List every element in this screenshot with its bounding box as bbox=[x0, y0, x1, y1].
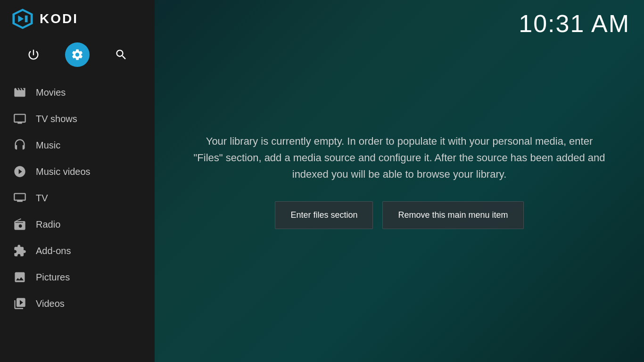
clock-display: 10:31 AM bbox=[519, 9, 630, 38]
app-header: KODI bbox=[0, 0, 155, 38]
music-videos-icon bbox=[13, 165, 26, 178]
sidebar-item-movies[interactable]: Movies bbox=[0, 79, 155, 106]
sidebar-item-tv[interactable]: TV bbox=[0, 185, 155, 211]
main-navigation: Movies TV shows Music Music videos TV bbox=[0, 75, 155, 362]
power-button[interactable] bbox=[21, 42, 46, 67]
top-icon-bar bbox=[0, 38, 155, 75]
library-empty-message: Your library is currently empty. In orde… bbox=[192, 133, 607, 183]
svg-rect-3 bbox=[25, 16, 28, 22]
sidebar-item-videos[interactable]: Videos bbox=[0, 290, 155, 317]
sidebar-item-radio[interactable]: Radio bbox=[0, 211, 155, 238]
kodi-logo-icon bbox=[11, 8, 34, 30]
main-content: 10:31 AM Your library is currently empty… bbox=[155, 0, 644, 362]
settings-button[interactable] bbox=[65, 42, 90, 67]
movies-icon bbox=[13, 86, 26, 99]
search-button[interactable] bbox=[109, 42, 133, 67]
videos-icon bbox=[13, 297, 26, 310]
sidebar-item-music[interactable]: Music bbox=[0, 132, 155, 158]
tv-shows-icon bbox=[13, 112, 26, 125]
action-buttons-group: Enter files section Remove this main men… bbox=[192, 201, 607, 229]
music-icon bbox=[13, 139, 26, 152]
app-title: KODI bbox=[40, 11, 78, 26]
tv-icon bbox=[13, 191, 26, 205]
enter-files-button[interactable]: Enter files section bbox=[275, 201, 373, 229]
gear-icon bbox=[71, 48, 84, 61]
sidebar: KODI Movies TV shows M bbox=[0, 0, 155, 362]
sidebar-item-music-videos[interactable]: Music videos bbox=[0, 158, 155, 185]
radio-icon bbox=[13, 218, 26, 231]
power-icon bbox=[27, 48, 40, 61]
sidebar-item-add-ons[interactable]: Add-ons bbox=[0, 238, 155, 264]
library-empty-state: Your library is currently empty. In orde… bbox=[173, 114, 626, 248]
remove-menu-item-button[interactable]: Remove this main menu item bbox=[382, 201, 523, 229]
pictures-icon bbox=[13, 271, 26, 284]
sidebar-item-pictures[interactable]: Pictures bbox=[0, 264, 155, 290]
search-icon bbox=[115, 48, 128, 61]
sidebar-item-tv-shows[interactable]: TV shows bbox=[0, 106, 155, 132]
add-ons-icon bbox=[13, 244, 26, 257]
